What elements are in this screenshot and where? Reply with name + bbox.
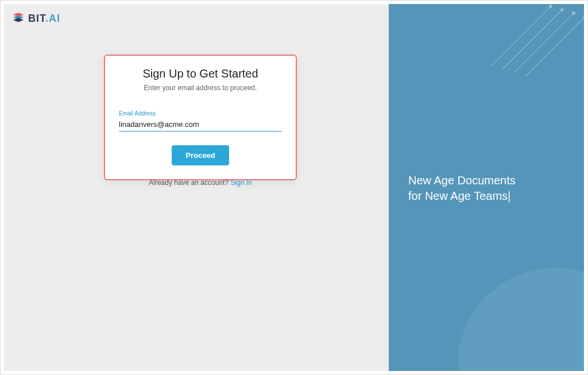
bit-logo-icon (12, 12, 25, 25)
hero-panel: New Age Documents for New Age Teams| (389, 4, 584, 371)
svg-line-0 (502, 9, 563, 69)
svg-line-3 (491, 5, 552, 66)
left-panel: BIT.AI Sign Up to Get Started Enter your… (4, 4, 389, 371)
email-label: Email Address (119, 110, 282, 117)
svg-point-4 (560, 8, 564, 11)
signup-title: Sign Up to Get Started (119, 67, 282, 80)
signup-subtitle: Enter your email address to proceed. (119, 84, 282, 92)
proceed-button[interactable]: Proceed (172, 145, 229, 165)
signin-prompt: Already have an account? (149, 179, 230, 187)
svg-point-7 (549, 5, 552, 8)
brand-name: BIT.AI (28, 13, 60, 25)
hero-line-2: for New Age Teams| (408, 188, 572, 204)
signin-link[interactable]: Sign In (230, 179, 252, 187)
decor-circle-icon (458, 268, 584, 371)
email-input[interactable] (119, 118, 282, 132)
hero-text: New Age Documents for New Age Teams| (408, 173, 572, 204)
signin-row: Already have an account? Sign In (104, 179, 297, 187)
decor-lines-icon (489, 4, 584, 76)
signup-card: Sign Up to Get Started Enter your email … (104, 55, 297, 180)
app-window: BIT.AI Sign Up to Get Started Enter your… (4, 4, 584, 371)
svg-line-1 (514, 12, 575, 73)
hero-line-1: New Age Documents (408, 173, 572, 188)
email-field-group: Email Address (119, 110, 282, 132)
svg-point-5 (572, 11, 575, 15)
svg-line-2 (525, 16, 584, 76)
brand-logo: BIT.AI (12, 12, 60, 25)
